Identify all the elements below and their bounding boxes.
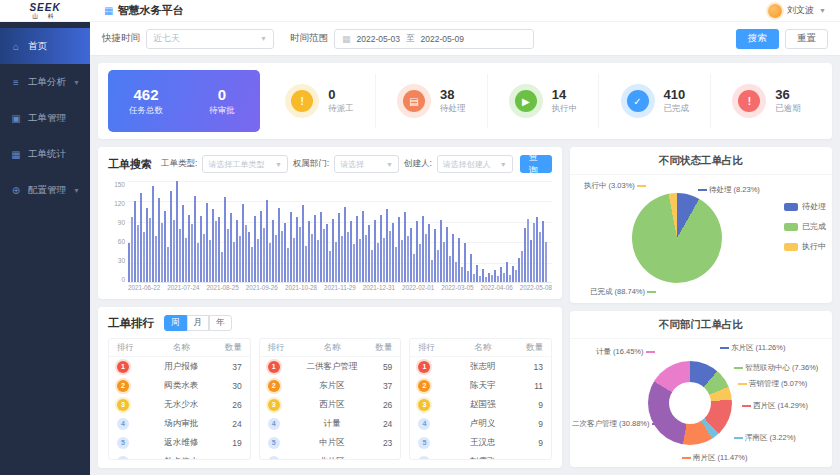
count-cell: 30 — [216, 381, 242, 391]
legend-item-待处理[interactable]: 待处理 — [784, 201, 826, 212]
count-cell: 13 — [517, 362, 543, 372]
rank-cell: 2 — [117, 380, 147, 392]
ranking-table-header: 排行名称数量 — [260, 339, 401, 357]
bar-chart-bars — [128, 181, 552, 283]
table-row[interactable]: 5返水维修19 — [109, 433, 250, 452]
bar — [407, 236, 409, 282]
bar — [497, 276, 499, 282]
status-pie-panel: 不同状态工单占比 执行中 (3.03%)待处理 (8.23%)已完成 (88.7… — [570, 147, 832, 303]
col-rank-header: 排行 — [418, 342, 448, 354]
bar — [452, 234, 454, 282]
table-row[interactable]: 2阀类水表30 — [109, 376, 250, 395]
ranking-table-header: 排行名称数量 — [410, 339, 551, 357]
sidebar-item-工单分析[interactable]: ≡工单分析▼ — [0, 64, 90, 100]
table-row[interactable]: 3无水少水26 — [109, 395, 250, 414]
table-row[interactable]: 1用户报修37 — [109, 357, 250, 376]
bar — [509, 275, 511, 282]
table-row[interactable]: 4计量24 — [260, 414, 401, 433]
table-row[interactable]: 4卢明义9 — [410, 414, 551, 433]
check-icon: ✓ — [621, 84, 655, 118]
reset-button[interactable]: 重置 — [785, 29, 828, 49]
date-start: 2022-05-03 — [357, 34, 400, 44]
table-row[interactable]: 1二供客户管理59 — [260, 357, 401, 376]
chevron-down-icon: ▼ — [271, 161, 282, 168]
field-label-1: 权属部门: — [293, 158, 329, 170]
table-row[interactable]: 3西片区26 — [260, 395, 401, 414]
name-cell: 场内审批 — [147, 418, 216, 430]
bar — [263, 228, 265, 282]
rank-medal-icon: 5 — [418, 437, 430, 449]
bar — [260, 211, 262, 282]
query-button[interactable]: 查询 — [520, 155, 552, 173]
bar — [518, 258, 520, 282]
bar — [155, 236, 157, 282]
table-row[interactable]: 5中片区23 — [260, 433, 401, 452]
tasks-icon: ▣ — [10, 113, 22, 124]
table-row[interactable]: 6补卡停水17 — [109, 452, 250, 460]
bar — [449, 256, 451, 282]
sidebar-item-首页[interactable]: ⌂首页 — [0, 28, 90, 64]
search-button[interactable]: 搜索 — [736, 29, 779, 49]
bar — [446, 227, 448, 282]
bar — [218, 217, 220, 282]
stat-label: 已逾期 — [775, 103, 801, 115]
sidebar: ⌂首页≡工单分析▼▣工单管理▦工单统计⊕配置管理▼ — [0, 22, 90, 475]
table-row[interactable]: 6北片区13 — [260, 452, 401, 460]
field-select-1[interactable]: 请选择▼ — [334, 155, 399, 173]
x-tick: 2021-06-22 — [128, 284, 160, 295]
stat-label: 待处理 — [440, 103, 466, 115]
rank-cell: 3 — [418, 399, 448, 411]
table-row[interactable]: 6刘雪飞8 — [410, 452, 551, 460]
count-cell: 59 — [366, 362, 392, 372]
bar — [140, 193, 142, 282]
chart-label-待处理: 待处理 (8.23%) — [698, 185, 760, 195]
x-tick: 2022-03-05 — [441, 284, 473, 295]
rank-cell: 1 — [117, 361, 147, 373]
bar — [470, 254, 472, 282]
home-icon: ⌂ — [10, 41, 22, 52]
field-select-2[interactable]: 请选择创建人▼ — [437, 155, 513, 173]
bar — [443, 242, 445, 282]
bar — [314, 215, 316, 282]
table-row[interactable]: 1张志明13 — [410, 357, 551, 376]
bar — [194, 196, 196, 282]
sidebar-item-工单统计[interactable]: ▦工单统计 — [0, 136, 90, 172]
x-tick: 2021-12-31 — [363, 284, 395, 295]
bar — [512, 266, 514, 282]
ranking-table-header: 排行名称数量 — [109, 339, 250, 357]
table-row[interactable]: 5王汉忠9 — [410, 433, 551, 452]
bar — [515, 270, 517, 282]
date-range-picker[interactable]: ▦ 2022-05-03 至 2022-05-09 — [334, 29, 534, 49]
bar — [152, 186, 154, 282]
table-row[interactable]: 2东片区37 — [260, 376, 401, 395]
bar — [188, 215, 190, 282]
col-name-header: 名称 — [448, 342, 517, 354]
legend-item-已完成[interactable]: 已完成 — [784, 221, 826, 232]
bar — [371, 250, 373, 282]
field-select-0[interactable]: 请选择工单类型▼ — [202, 155, 287, 173]
legend-item-执行中[interactable]: 执行中 — [784, 241, 826, 252]
rank-medal-icon: 6 — [268, 456, 280, 461]
stat-value: 38 — [440, 87, 466, 102]
quick-time-select[interactable]: 近七天 ▼ — [146, 29, 274, 49]
bar — [521, 251, 523, 282]
bar — [176, 181, 178, 282]
stat-执行中: ▶14执行中 — [487, 74, 599, 128]
rank-medal-icon: 4 — [268, 418, 280, 430]
name-cell: 卢明义 — [448, 418, 517, 430]
sidebar-item-工单管理[interactable]: ▣工单管理 — [0, 100, 90, 136]
table-row[interactable]: 2陈天宇11 — [410, 376, 551, 395]
sidebar-item-配置管理[interactable]: ⊕配置管理▼ — [0, 172, 90, 208]
bar — [395, 247, 397, 282]
bar — [275, 235, 277, 282]
bar — [428, 224, 430, 282]
ranking-tab-月[interactable]: 月 — [187, 315, 210, 331]
ranking-tab-周[interactable]: 周 — [164, 315, 187, 331]
bar — [389, 231, 391, 282]
table-row[interactable]: 4场内审批24 — [109, 414, 250, 433]
ranking-tab-年[interactable]: 年 — [209, 315, 232, 331]
table-row[interactable]: 3赵国强9 — [410, 395, 551, 414]
x-tick: 2021-08-25 — [206, 284, 238, 295]
user-avatar[interactable] — [768, 4, 782, 18]
user-menu[interactable]: 刘文波 ▼ — [768, 4, 840, 18]
